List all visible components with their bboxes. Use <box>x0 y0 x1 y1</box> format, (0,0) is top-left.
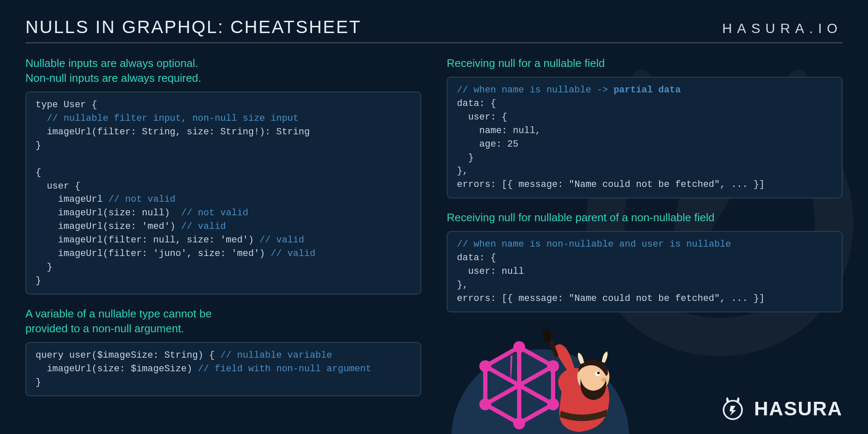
heading-line: Non-null inputs are always required. <box>25 72 201 84</box>
section-heading-nullable-inputs: Nullable inputs are always optional. Non… <box>25 56 421 86</box>
svg-point-7 <box>547 360 559 372</box>
code-block-user-null: // when name is non-nullable and user is… <box>447 231 843 312</box>
code-block-partial-data: // when name is nullable -> partial data… <box>447 77 843 198</box>
heading-line: provided to a non-null argument. <box>25 322 184 335</box>
header: NULLS IN GRAPHQL: CHEATSHEET HASURA.IO <box>25 17 843 43</box>
brand-url: HASURA.IO <box>722 21 843 36</box>
heading-line: Nullable inputs are always optional. <box>25 57 198 70</box>
svg-point-6 <box>513 341 525 353</box>
svg-point-8 <box>547 398 559 410</box>
section-heading-receiving-parent: Receiving null for nullable parent of a … <box>447 210 843 225</box>
page-title: NULLS IN GRAPHQL: CHEATSHEET <box>25 17 362 37</box>
heading-line: A variable of a nullable type cannot be <box>25 307 211 320</box>
section-heading-receiving-nullable: Receiving null for a nullable field <box>447 56 843 71</box>
code-block-query-user: query user($imageSize: String) { // null… <box>25 342 421 396</box>
brand-logo-text: HASURA <box>754 397 843 420</box>
svg-point-15 <box>597 372 600 374</box>
code-block-type-user: type User { // nullable filter input, no… <box>25 92 421 294</box>
brand-logo: HASURA <box>719 395 843 422</box>
section-heading-nullable-variable: A variable of a nullable type cannot be … <box>25 306 421 336</box>
svg-point-10 <box>479 398 491 410</box>
svg-point-16 <box>601 378 606 382</box>
svg-point-9 <box>513 417 525 429</box>
left-column: Nullable inputs are always optional. Non… <box>25 56 421 408</box>
svg-point-5 <box>479 360 491 372</box>
hasura-logo-icon <box>719 395 746 422</box>
mascot-illustration <box>451 315 646 434</box>
content: Nullable inputs are always optional. Non… <box>25 56 843 408</box>
